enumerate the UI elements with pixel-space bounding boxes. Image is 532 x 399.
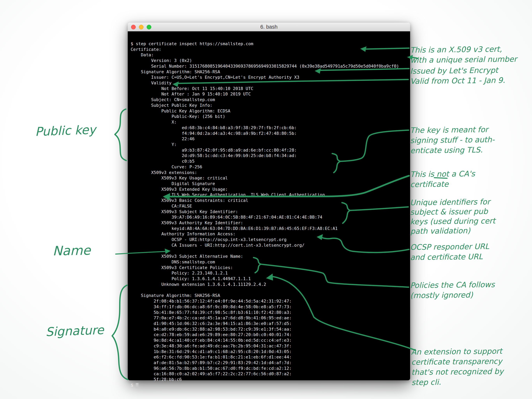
window-title: 6. bash xyxy=(128,23,410,31)
annotation-ct-extension: An extension to support certificate tran… xyxy=(411,346,532,388)
window-titlebar[interactable]: 6. bash xyxy=(128,23,410,31)
annotation-key-identifiers: Unique identifiers for subject & issuer … xyxy=(410,197,532,236)
annotation-public-key-label: Public key xyxy=(35,123,96,139)
annotation-not-ca: This is not a CA's certificate xyxy=(410,168,532,190)
annotation-name-label: Name xyxy=(52,244,90,258)
annotation-version-serial: This is an X.509 v3 cert, with a unique … xyxy=(410,44,532,65)
annotation-policies: Policies the CA follows (mostly ignored) xyxy=(410,279,532,301)
annotation-ocsp: OCSP responder URL and certificate URL xyxy=(410,241,532,263)
terminal-window: 6. bash $ step certificate inspect https… xyxy=(128,23,410,380)
annotation-signature-label: Signature xyxy=(45,323,104,339)
signature-brace xyxy=(112,285,128,380)
annotation-issuer-validity: Issued by Let's Encrypt Valid from Oct 1… xyxy=(410,65,532,86)
terminal-cursor xyxy=(136,383,139,388)
terminal-screen[interactable]: $ step certificate inspect https://small… xyxy=(128,31,410,380)
public-key-brace xyxy=(115,109,126,161)
annotation-key-usage: The key is meant for signing stuff - to … xyxy=(410,124,532,156)
terminal-output: $ step certificate inspect https://small… xyxy=(131,41,399,388)
